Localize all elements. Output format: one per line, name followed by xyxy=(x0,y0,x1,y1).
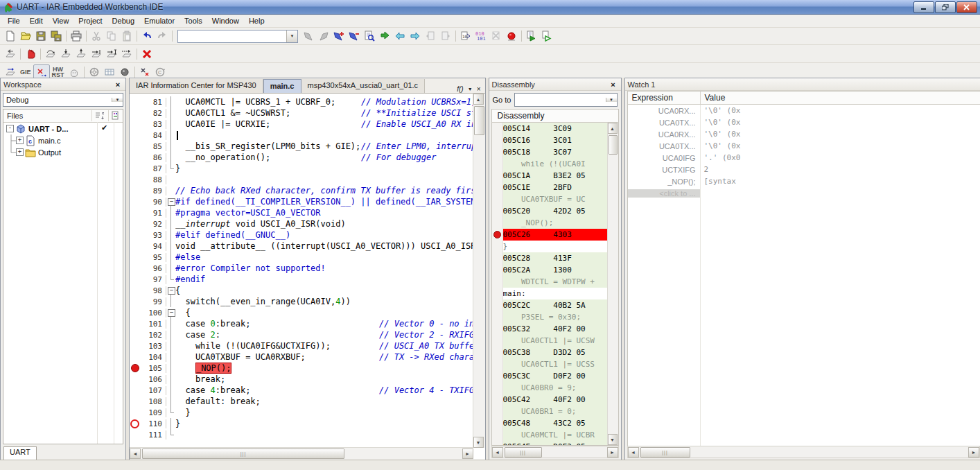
close-icon[interactable]: × xyxy=(609,80,618,89)
state-led-icon[interactable] xyxy=(117,65,132,79)
code-line[interactable]: 110} xyxy=(130,418,473,429)
code-line[interactable]: 82 UCA0CTL1 &= ~UCSWRST;// **Initialize … xyxy=(130,107,473,119)
fold-marker[interactable] xyxy=(166,263,175,274)
tree-item-output[interactable]: +Output xyxy=(3,146,123,158)
disassembly-row[interactable]: UCA0CTL1 |= UCSW xyxy=(492,335,608,347)
disassembly-margin[interactable] xyxy=(492,170,503,182)
breakpoint-margin[interactable] xyxy=(130,419,140,428)
code-text[interactable]: case 0:break;// Vector 0 - no interrupt xyxy=(175,318,473,329)
disassembly-margin[interactable] xyxy=(492,158,503,170)
fold-marker[interactable] xyxy=(166,363,175,374)
disabled-breakpoint-icon[interactable] xyxy=(130,419,139,428)
chevron-down-icon[interactable]: ▼ xyxy=(606,98,617,102)
fold-marker[interactable] xyxy=(166,307,175,318)
save-all-icon[interactable] xyxy=(49,29,64,43)
disassembly-margin[interactable] xyxy=(492,217,503,229)
fold-marker[interactable] xyxy=(166,185,175,196)
scroll-down-icon[interactable]: ▼ xyxy=(473,437,484,448)
code-text[interactable]: } xyxy=(175,163,473,174)
code-line[interactable]: 105 _NOP(); xyxy=(130,363,473,374)
editor-tab-iar-information-center-for-msp430[interactable]: IAR Information Center for MSP430 xyxy=(130,79,263,93)
next-statement-icon[interactable] xyxy=(89,47,104,61)
fold-marker[interactable] xyxy=(166,207,175,218)
code-line[interactable]: 81 UCA0MCTL |= UCBRS_1 + UCBRF_0;// Modu… xyxy=(130,96,473,107)
scroll-left-icon[interactable]: ◄ xyxy=(130,449,141,459)
code-line[interactable]: 109 } xyxy=(130,407,473,418)
fold-marker[interactable] xyxy=(166,119,175,130)
watch-expression[interactable]: UCA0TX... xyxy=(628,119,701,127)
disassembly-margin[interactable] xyxy=(492,429,503,441)
debug-without-downloading-icon[interactable] xyxy=(539,29,554,43)
scroll-thumb[interactable]: ||| xyxy=(142,449,344,459)
secure-device-icon[interactable] xyxy=(67,65,82,79)
config-dropdown[interactable]: Debug ▼ xyxy=(3,93,123,107)
code-text[interactable]: #elif defined(__GNUC__) xyxy=(175,229,473,241)
menu-edit[interactable]: Edit xyxy=(25,15,48,26)
watch-row[interactable]: UCA0TX...'\0' (0x xyxy=(628,116,980,128)
workspace-tab-uart[interactable]: UART xyxy=(3,446,37,460)
disassembly-margin[interactable] xyxy=(492,146,503,158)
step-out-icon[interactable] xyxy=(73,47,89,61)
disassembly-row[interactable]: 005C20 42D2 05 xyxy=(492,205,608,217)
fold-marker[interactable] xyxy=(166,429,175,440)
new-document-icon[interactable] xyxy=(3,29,18,43)
code-line[interactable]: 99 switch(__even_in_range(UCA0IV,4)) xyxy=(130,296,473,307)
code-line[interactable]: 92__interrupt void USCI_A0_ISR(void) xyxy=(130,218,473,229)
code-line[interactable]: 96#error Compiler not supported! xyxy=(130,263,473,274)
code-line[interactable]: 97#endif xyxy=(130,274,473,285)
code-line[interactable]: 100 { xyxy=(130,307,473,318)
watch-row[interactable]: UCA0RX...'\0' (0x xyxy=(628,105,980,116)
save-icon[interactable] xyxy=(33,29,49,43)
disassembly-row[interactable]: WDTCTL = WDTPW + xyxy=(492,276,608,288)
minimize-button[interactable] xyxy=(913,1,934,13)
redo-icon[interactable] xyxy=(155,29,170,43)
watch-row[interactable]: UCA0IFG'.' (0x0 xyxy=(628,152,980,164)
disassembly-margin[interactable] xyxy=(492,323,503,335)
editor-horizontal-scrollbar[interactable]: ◄ ||| ► xyxy=(130,447,473,460)
scroll-thumb[interactable]: ||| xyxy=(640,447,690,458)
code-line[interactable]: 93#elif defined(__GNUC__) xyxy=(130,229,473,241)
code-line[interactable]: 106 break; xyxy=(130,374,473,385)
code-text[interactable]: } xyxy=(175,407,473,418)
fold-marker[interactable] xyxy=(166,252,175,263)
disassembly-margin[interactable] xyxy=(492,264,503,276)
scroll-right-icon[interactable]: ► xyxy=(462,449,473,459)
copy-icon[interactable] xyxy=(104,29,119,43)
run-to-cursor-icon[interactable] xyxy=(104,47,119,61)
find-next-icon[interactable] xyxy=(301,29,316,43)
disassembly-margin[interactable] xyxy=(492,182,503,193)
memory-table-icon[interactable] xyxy=(102,65,117,79)
breakpoint-margin[interactable] xyxy=(130,364,140,372)
code-line[interactable]: 101 case 0:break;// Vector 0 - no interr… xyxy=(130,318,473,329)
code-text[interactable]: __bis_SR_register(LPM0_bits + GIE);// En… xyxy=(175,141,473,152)
scroll-up-icon[interactable]: ▲ xyxy=(473,94,484,105)
code-line[interactable]: 91#pragma vector=USCI_A0_VECTOR xyxy=(130,207,473,218)
code-line[interactable]: 104 UCA0TXBUF = UCA0RXBUF;// TX -> RXed … xyxy=(130,351,473,363)
watch-expression[interactable]: UCA0IFG xyxy=(628,154,701,162)
disassembly-vertical-scrollbar[interactable]: ▲ ▼ xyxy=(607,123,618,445)
disassembly-margin[interactable] xyxy=(492,276,503,288)
scroll-down-icon[interactable]: ▼ xyxy=(608,434,618,445)
fold-marker[interactable] xyxy=(166,241,175,252)
file-status-icon[interactable] xyxy=(108,110,123,121)
disassembly-row[interactable]: UCA0MCTL |= UCBR xyxy=(492,429,608,441)
disassembly-row[interactable]: 005C4E D0F2 05 xyxy=(492,441,608,445)
disassembly-row[interactable]: UCA0CTL1 |= UCSS xyxy=(492,358,608,370)
code-text[interactable]: UCA0MCTL |= UCBRS_1 + UCBRF_0;// Modulat… xyxy=(175,96,473,107)
code-line[interactable]: 87} xyxy=(130,163,473,174)
disassembly-row[interactable]: while (!(UCA0I xyxy=(492,158,608,170)
code-line[interactable]: 85 __bis_SR_register(LPM0_bits + GIE);//… xyxy=(130,141,473,152)
fold-marker[interactable] xyxy=(166,130,175,141)
replace-icon[interactable] xyxy=(347,29,362,43)
code-line[interactable]: 95#else xyxy=(130,252,473,263)
fold-marker[interactable] xyxy=(166,285,175,296)
fold-marker[interactable] xyxy=(166,174,175,185)
scroll-right-icon[interactable]: ► xyxy=(607,447,618,458)
code-text[interactable]: #else xyxy=(175,252,473,263)
hw-reset-button[interactable]: HWRST xyxy=(50,65,67,79)
code-text[interactable]: #pragma vector=USCI_A0_VECTOR xyxy=(175,207,473,218)
watch-expression[interactable]: UCA0RX... xyxy=(628,130,701,139)
menu-view[interactable]: View xyxy=(48,15,74,26)
break-icon[interactable] xyxy=(23,47,38,61)
code-line[interactable]: 84 xyxy=(130,130,473,141)
